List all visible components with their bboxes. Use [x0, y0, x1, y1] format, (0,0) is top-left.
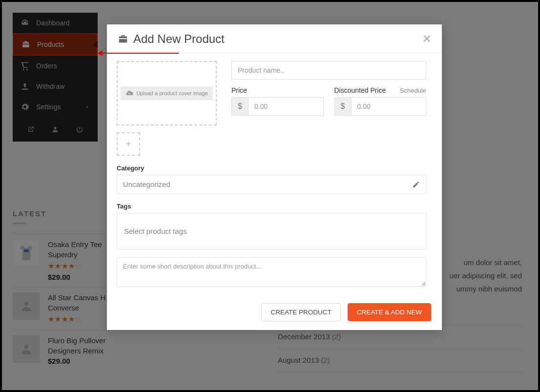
add-image-button[interactable]: +	[117, 132, 140, 156]
price-input[interactable]	[248, 97, 324, 116]
price-label: Price	[231, 86, 324, 94]
briefcase-icon	[118, 34, 128, 44]
tags-input[interactable]: Select product tags	[117, 213, 426, 249]
annotation-arrow-line	[101, 53, 179, 54]
category-label: Category	[117, 165, 426, 172]
add-product-modal: Add New Product ✕ Upload a product cover…	[107, 24, 442, 330]
modal-footer: CREATE PRODUCT CREATE & ADD NEW	[107, 296, 442, 330]
discounted-price-label: Discounted Price	[334, 86, 386, 94]
close-icon[interactable]: ✕	[422, 33, 431, 45]
tags-placeholder: Select product tags	[124, 227, 187, 235]
modal-header: Add New Product ✕	[107, 24, 442, 53]
description-input[interactable]	[117, 257, 426, 287]
currency-symbol: $	[334, 97, 351, 116]
category-select[interactable]: Uncategorized	[117, 175, 426, 194]
modal-title: Add New Product	[133, 32, 225, 46]
modal-scroll-area[interactable]: Upload a product cover image Price $	[107, 53, 436, 296]
product-name-input[interactable]	[231, 61, 426, 80]
discounted-price-input[interactable]	[351, 97, 427, 116]
cloud-upload-icon	[125, 89, 133, 97]
cover-image-upload[interactable]: Upload a product cover image	[117, 61, 217, 125]
create-product-button[interactable]: CREATE PRODUCT	[261, 303, 340, 321]
schedule-link[interactable]: Schedule	[400, 87, 426, 94]
currency-symbol: $	[231, 97, 248, 116]
upload-label: Upload a product cover image	[136, 90, 208, 96]
tags-label: Tags	[117, 203, 426, 210]
create-and-add-new-button[interactable]: CREATE & ADD NEW	[348, 303, 431, 321]
edit-icon	[412, 181, 420, 188]
category-value: Uncategorized	[123, 180, 170, 188]
